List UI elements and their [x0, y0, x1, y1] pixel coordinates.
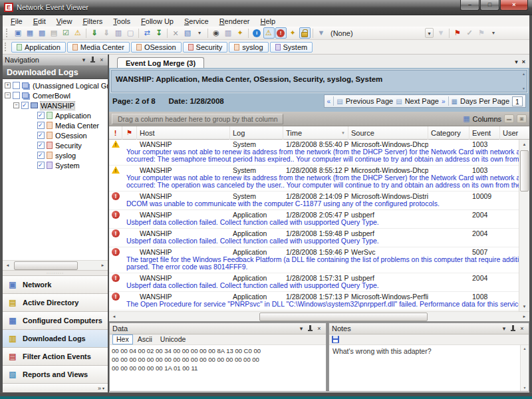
- toolbar-overflow-button-2[interactable]: ▾: [488, 27, 499, 39]
- grid-vertical-scrollbar[interactable]: ▲ ▼: [519, 140, 529, 311]
- sidebar-button-filter-action-events[interactable]: ▤ Filter Action Events: [3, 347, 108, 365]
- event-log-merge-tab[interactable]: Event Log Merge (3): [117, 57, 204, 68]
- pin-icon[interactable]: [510, 325, 516, 332]
- previous-page-button[interactable]: Previous Page: [346, 97, 394, 105]
- menu-item[interactable]: Renderer: [214, 17, 255, 26]
- copy-logs-button[interactable]: ▥: [113, 27, 124, 39]
- log-tab-syslog[interactable]: syslog: [229, 42, 268, 53]
- scroll-right-icon[interactable]: ►: [519, 315, 529, 319]
- log-column-header[interactable]: Log: [230, 126, 283, 140]
- event-row[interactable]: WANSHIP Application 1/28/2008 2:05:47 PM…: [109, 210, 519, 229]
- scrollbar-thumb[interactable]: [259, 313, 428, 321]
- log-tab-system[interactable]: System: [270, 42, 313, 53]
- time-column-header[interactable]: Time ▼: [283, 126, 348, 140]
- flag-event-button[interactable]: ⚑: [452, 27, 464, 39]
- complete-event-button[interactable]: ✓: [464, 27, 475, 39]
- close-button[interactable]: ×: [500, 0, 528, 11]
- tree-checkbox[interactable]: [37, 132, 45, 139]
- data-format-tab[interactable]: Unicode: [157, 335, 190, 344]
- import-logs-button[interactable]: ↧: [154, 27, 165, 39]
- event-column-header[interactable]: Event: [469, 126, 500, 140]
- chevron-down-icon[interactable]: ▾: [102, 386, 104, 390]
- menu-item[interactable]: File: [5, 17, 28, 26]
- scroll-down-icon[interactable]: ▼: [522, 86, 525, 90]
- title-bar[interactable]: E Network Event Viewer – □ ×: [0, 0, 532, 15]
- days-per-page-input[interactable]: 1: [512, 96, 523, 106]
- sidebar-button-downloaded-logs[interactable]: ▥ Downloaded Logs: [3, 329, 108, 347]
- next-page-button[interactable]: Next Page: [405, 97, 439, 105]
- menu-item[interactable]: View: [51, 17, 78, 26]
- data-format-tab[interactable]: Ascii: [134, 335, 156, 344]
- columns-button[interactable]: Columns: [473, 115, 501, 123]
- tree-item[interactable]: System: [3, 160, 108, 170]
- scroll-down-icon[interactable]: ▼: [523, 386, 527, 390]
- log-tab-media-center[interactable]: Media Center: [67, 42, 130, 53]
- find-button[interactable]: ◉: [211, 27, 222, 39]
- scroll-up-icon[interactable]: ▲: [523, 140, 527, 149]
- scrollbar-thumb[interactable]: [520, 150, 529, 192]
- scroll-left-icon[interactable]: ◄: [109, 315, 119, 319]
- sidebar-button-network[interactable]: ▣ Network: [3, 275, 108, 293]
- sidebar-overflow-button[interactable]: »: [98, 385, 101, 392]
- maximize-button[interactable]: □: [480, 0, 499, 11]
- tree-expander-icon[interactable]: −: [13, 102, 19, 108]
- close-icon[interactable]: ×: [98, 56, 106, 64]
- audit-failure-toggle[interactable]: [299, 27, 311, 39]
- tree-checkbox[interactable]: [37, 152, 45, 159]
- tree-item[interactable]: Security: [3, 140, 108, 150]
- menu-item[interactable]: Help: [255, 17, 281, 26]
- host-column-header[interactable]: Host: [137, 126, 230, 140]
- last-page-icon[interactable]: »: [442, 98, 446, 105]
- notes-scrollbar[interactable]: ▲ ▼: [520, 345, 529, 391]
- user-column-header[interactable]: User: [500, 126, 529, 140]
- computer-properties-button[interactable]: ▤: [49, 27, 60, 39]
- cancel-download-button[interactable]: ⇓: [101, 27, 112, 39]
- notes-textarea[interactable]: What's wrong with this adapter?: [329, 345, 520, 391]
- category-column-header[interactable]: Category: [428, 126, 469, 140]
- event-row[interactable]: WANSHIP Application 1/28/2008 1:57:31 PM…: [109, 273, 519, 292]
- event-row[interactable]: WANSHIP Application 1/28/2008 1:59:48 PM…: [109, 229, 519, 247]
- document-list-icon[interactable]: ▾: [515, 59, 518, 65]
- menu-item[interactable]: Follow Up: [136, 17, 179, 26]
- tree-expander-icon[interactable]: −: [5, 92, 11, 98]
- data-format-tab[interactable]: Hex: [112, 334, 133, 344]
- tree-checkbox[interactable]: [13, 82, 20, 89]
- scroll-left-icon[interactable]: ◄: [3, 263, 13, 267]
- close-document-icon[interactable]: ×: [522, 59, 525, 65]
- chevron-down-icon[interactable]: ▾: [500, 325, 508, 332]
- delete-button[interactable]: ×: [170, 27, 182, 39]
- error-events-toggle[interactable]: !: [275, 27, 287, 39]
- first-page-icon[interactable]: «: [327, 98, 331, 105]
- collapse-all-button[interactable]: ▬: [504, 114, 514, 123]
- event-row[interactable]: WANSHIP Application 1/28/2008 1:57:13 PM…: [109, 292, 519, 311]
- tree-item[interactable]: Application: [3, 110, 108, 120]
- tree-checkbox[interactable]: [37, 142, 45, 149]
- grid-horizontal-scrollbar[interactable]: ◄ ►: [109, 311, 529, 321]
- copy-event-button[interactable]: ▥: [223, 27, 234, 39]
- add-computer-button[interactable]: ▣: [13, 27, 24, 39]
- log-tab-security[interactable]: Security: [183, 42, 228, 53]
- audit-success-toggle[interactable]: ✦: [287, 27, 299, 39]
- chevron-down-icon[interactable]: ▾: [80, 56, 88, 64]
- pin-icon[interactable]: [307, 325, 313, 332]
- source-column-header[interactable]: Source: [348, 126, 428, 140]
- flag-column-header[interactable]: ⚑: [122, 126, 137, 140]
- scrollbar-thumb[interactable]: [14, 261, 78, 270]
- scroll-up-icon[interactable]: ▲: [522, 72, 525, 76]
- event-row[interactable]: WANSHIP System 1/28/2008 2:14:09 PM Micr…: [109, 192, 519, 210]
- sidebar-button-active-directory[interactable]: ▤ Active Directory: [3, 293, 108, 311]
- merge-logs-button[interactable]: ⇄: [142, 27, 153, 39]
- toolbar-overflow-button[interactable]: ▾: [194, 27, 205, 39]
- menu-item[interactable]: Tools: [108, 17, 136, 26]
- sidebar-button-reports-and-views[interactable]: ▧ Reports and Views: [3, 365, 108, 383]
- event-row[interactable]: WANSHIP Application 1/28/2008 1:59:46 PM…: [109, 247, 519, 273]
- hex-data-view[interactable]: 00 00 04 00 02 00 34 00 00 00 00 00 8A 1…: [110, 345, 326, 391]
- chevron-down-icon[interactable]: ▾: [425, 28, 434, 38]
- scroll-right-icon[interactable]: ►: [98, 263, 108, 267]
- toolbar-grip[interactable]: [6, 29, 9, 37]
- tree-item[interactable]: − ComerBowl: [3, 90, 108, 100]
- duplicate-logs-button[interactable]: ▢: [125, 27, 136, 39]
- info-events-toggle[interactable]: i: [251, 27, 263, 39]
- menu-item[interactable]: Filters: [77, 17, 108, 26]
- move-computer-button[interactable]: ▩: [37, 27, 48, 39]
